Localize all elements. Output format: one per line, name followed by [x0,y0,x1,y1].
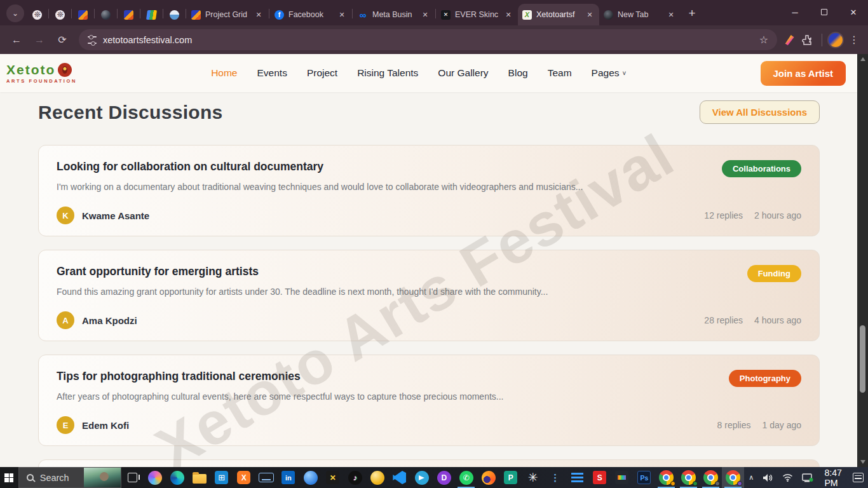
new-tab-button[interactable]: + [683,4,701,22]
cast-device-button[interactable] [797,467,818,488]
taskbar-xampp-button[interactable] [233,467,255,488]
minimize-button[interactable]: ─ [780,0,810,24]
page-scrollbar[interactable] [857,54,868,467]
tab-label: Meta Busin [372,10,416,19]
close-window-button[interactable]: ✕ [839,0,868,24]
xetoto-logo[interactable]: Xetoto ARTS FOUNDATION [6,63,77,84]
category-badge[interactable]: Photography [729,370,801,387]
tab-meta-business[interactable]: Meta Busin ✕ [353,4,435,25]
tab-project-grid[interactable]: Project Grid ✕ [187,4,268,25]
discussion-title[interactable]: Grant opportunity for emerging artists [57,265,259,278]
pinned-tab-6[interactable] [141,4,162,25]
taskbar-copilot-button[interactable] [144,467,166,488]
close-tab-icon[interactable]: ✕ [337,10,347,20]
taskbar-x-app-button[interactable] [322,467,344,488]
browser-menu-button[interactable]: ⋮ [846,34,862,46]
nav-our-gallery[interactable]: Our Gallery [438,67,488,79]
taskbar-whatsapp-button[interactable] [455,467,477,488]
taskbar-d-app-button[interactable] [433,467,455,488]
taskbar-edge-button[interactable] [166,467,188,488]
discussion-card[interactable]: Looking for collaboration on cultural do… [38,145,820,236]
close-tab-icon[interactable]: ✕ [420,10,430,20]
view-all-discussions-button[interactable]: View All Discussions [700,100,820,124]
reload-button[interactable]: ⟳ [52,30,72,50]
taskbar-messenger-button[interactable] [299,467,322,488]
pinned-tab-3[interactable] [72,4,93,25]
taskbar-clock[interactable]: 8:47 PM [818,468,848,488]
start-button[interactable] [0,467,18,488]
taskbar-smadav-button[interactable] [588,467,611,488]
taskbar-padlet-button[interactable] [499,467,522,488]
extensions-puzzle-icon[interactable] [797,30,817,50]
nav-rising-talents[interactable]: Rising Talents [357,67,418,79]
url-text[interactable]: xetotoartsfestival.com [103,35,192,45]
taskbar-store-button[interactable] [210,467,233,488]
close-tab-icon[interactable]: ✕ [254,10,264,20]
pinned-tab-7[interactable] [164,4,185,25]
taskbar-tiktok-button[interactable] [344,467,366,488]
taskbar-chrome-profile-3-button[interactable] [700,467,722,488]
action-center-button[interactable] [848,467,868,488]
nav-events[interactable]: Events [257,67,287,79]
taskbar-chrome-profile-2-button[interactable] [677,467,700,488]
taskbar-telegram-button[interactable] [410,467,433,488]
photoshop-icon [637,471,651,484]
taskbar-openai-button[interactable] [522,467,544,488]
close-tab-icon[interactable]: ✕ [585,10,595,20]
discussion-card-partial[interactable] [38,459,820,467]
scrollbar-thumb[interactable] [860,325,865,393]
site-settings-icon[interactable] [88,36,97,44]
taskbar-photoshop-button[interactable] [633,467,655,488]
close-tab-icon[interactable]: ✕ [666,10,676,20]
pinned-tab-1[interactable] [27,4,48,25]
taskbar-chrome-profile-4-button[interactable] [722,467,744,488]
pinned-tab-4[interactable] [95,4,116,25]
scroll-down-arrow[interactable] [857,457,868,467]
back-button[interactable]: ← [6,30,27,50]
taskbar-photoscape-button[interactable] [611,467,633,488]
taskbar-coin-app-button[interactable] [366,467,388,488]
network-button[interactable] [778,467,797,488]
forward-button[interactable]: → [29,30,50,50]
category-badge[interactable]: Collaborations [722,160,801,177]
discussion-card[interactable]: Grant opportunity for emerging artists F… [38,250,820,341]
bookmark-star-icon[interactable]: ☆ [759,34,768,46]
pen-extension-icon[interactable] [783,34,795,46]
taskbar-task-view-button[interactable] [121,467,144,488]
nav-home[interactable]: Home [211,67,237,79]
pinned-tab-2[interactable] [50,4,71,25]
taskbar-linkedin-button[interactable] [277,467,299,488]
tab-ever-skincare[interactable]: EVER Skinc ✕ [437,4,518,25]
volume-button[interactable] [758,467,778,488]
taskbar-firefox-button[interactable] [477,467,499,488]
taskbar-chrome-profile-1-button[interactable] [655,467,677,488]
discussion-title[interactable]: Tips for photographing traditional cerem… [57,370,301,383]
pinned-tab-5[interactable] [118,4,139,25]
tab-search-button[interactable]: ⌄ [6,4,24,22]
discussion-title[interactable]: Looking for collaboration on cultural do… [57,160,323,173]
scroll-up-arrow[interactable] [857,54,868,64]
adobe-gradient-icon [124,10,133,20]
profile-avatar[interactable] [827,32,844,48]
taskbar-bars-app-button[interactable] [566,467,588,488]
taskbar-search-input[interactable]: Search [18,467,122,488]
bing-daily-image[interactable] [84,468,121,487]
tab-new-tab[interactable]: New Tab ✕ [599,4,681,25]
taskbar-overflow-button[interactable] [544,467,566,488]
address-bar[interactable]: xetotoartsfestival.com ☆ [79,29,777,50]
nav-pages[interactable]: Pages˅ [592,67,627,79]
taskbar-vscode-button[interactable] [388,467,410,488]
nav-project[interactable]: Project [307,67,337,79]
category-badge[interactable]: Funding [747,265,801,282]
nav-team[interactable]: Team [548,67,572,79]
hidden-icons-button[interactable]: ∧ [744,467,758,488]
join-as-artist-button[interactable]: Join as Artist [761,61,846,86]
taskbar-keyboard-button[interactable] [255,467,277,488]
nav-blog[interactable]: Blog [508,67,528,79]
maximize-button[interactable] [810,0,839,24]
close-tab-icon[interactable]: ✕ [503,10,513,20]
taskbar-file-explorer-button[interactable] [188,467,210,488]
tab-facebook[interactable]: Facebook ✕ [270,4,351,25]
discussion-card[interactable]: Tips for photographing traditional cerem… [38,355,820,446]
tab-xetotoartsfestival-active[interactable]: Xetotoartsf ✕ [518,4,599,25]
